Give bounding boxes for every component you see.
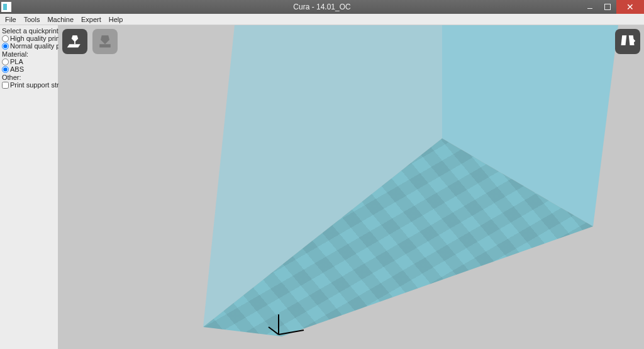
- print-icon: [96, 32, 114, 51]
- radio-pla[interactable]: [2, 58, 9, 65]
- menu-expert[interactable]: Expert: [77, 14, 105, 25]
- load-model-button[interactable]: [62, 29, 87, 54]
- build-volume: [58, 25, 644, 349]
- menu-help[interactable]: Help: [105, 14, 127, 25]
- main-area: Select a quickprint profile: High qualit…: [0, 25, 644, 349]
- app-icon: [1, 2, 11, 12]
- radio-abs-label: ABS: [10, 65, 24, 73]
- other-section-label: Other:: [2, 74, 56, 81]
- radio-abs[interactable]: [2, 66, 9, 73]
- menu-machine[interactable]: Machine: [43, 14, 77, 25]
- radio-high-quality[interactable]: [2, 35, 9, 42]
- window-title: Cura - 14.01_OC: [293, 3, 350, 11]
- maximize-button[interactable]: [599, 0, 616, 14]
- support-row[interactable]: Print support structure: [2, 81, 56, 89]
- profile-high-row[interactable]: High quality print: [2, 35, 56, 42]
- profile-normal-row[interactable]: Normal quality print: [2, 42, 56, 50]
- profile-section-label: Select a quickprint profile:: [2, 27, 56, 35]
- sidebar-panel: Select a quickprint profile: High qualit…: [0, 25, 58, 349]
- material-pla-row[interactable]: PLA: [2, 58, 56, 65]
- load-model-icon: [66, 32, 84, 51]
- radio-normal-quality[interactable]: [2, 43, 9, 50]
- menu-tools[interactable]: Tools: [20, 14, 44, 25]
- radio-pla-label: PLA: [10, 58, 23, 65]
- checkbox-support[interactable]: [2, 82, 9, 89]
- minimize-button[interactable]: [581, 0, 599, 14]
- window-buttons: [581, 0, 644, 14]
- material-abs-row[interactable]: ABS: [2, 65, 56, 73]
- view-mode-icon: [619, 32, 636, 51]
- svg-rect-3: [74, 40, 75, 44]
- menu-file[interactable]: File: [1, 14, 20, 25]
- menu-bar: File Tools Machine Expert Help: [0, 14, 644, 25]
- material-section-label: Material:: [2, 50, 56, 58]
- 3d-viewport[interactable]: [58, 25, 644, 349]
- print-button[interactable]: [92, 29, 118, 54]
- svg-rect-4: [99, 44, 111, 47]
- window-titlebar: Cura - 14.01_OC: [0, 0, 644, 14]
- close-button[interactable]: [616, 0, 644, 14]
- view-mode-button[interactable]: [615, 29, 640, 54]
- radio-high-quality-label: High quality print: [10, 35, 62, 42]
